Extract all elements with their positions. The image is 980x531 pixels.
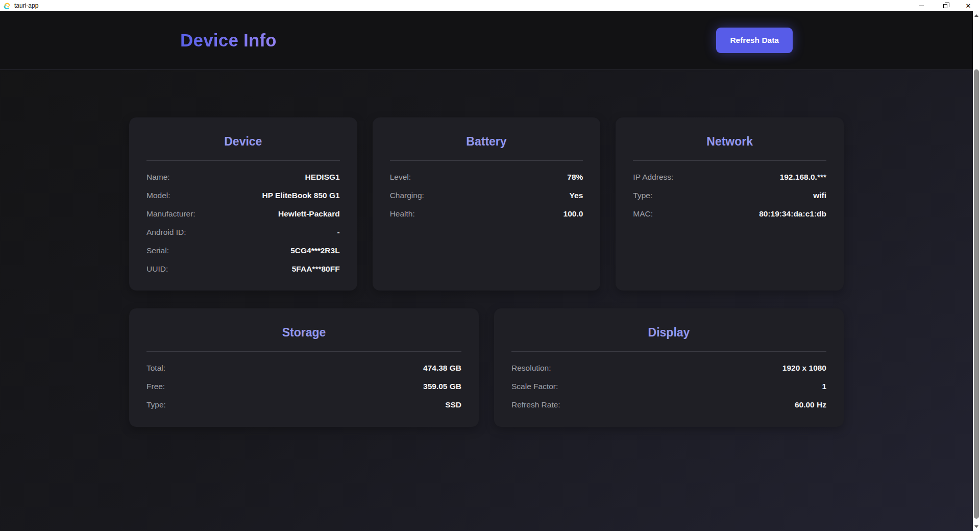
page-header: Device Info Refresh Data <box>0 11 973 70</box>
row-label: Type: <box>633 191 652 200</box>
scrollbar-up-button[interactable] <box>973 11 980 20</box>
card-divider <box>146 160 340 161</box>
row-label: Free: <box>146 382 165 391</box>
device-name-row: Name: HEDISG1 <box>146 168 340 186</box>
row-value: 1920 x 1080 <box>782 364 826 373</box>
restore-button[interactable] <box>933 0 957 11</box>
device-android-id-row: Android ID: - <box>146 223 340 242</box>
app-area: Device Info Refresh Data Device Name: HE… <box>0 11 980 531</box>
row-label: Serial: <box>146 246 169 255</box>
vertical-scrollbar[interactable] <box>973 11 980 531</box>
minimize-button[interactable] <box>910 0 933 11</box>
window-titlebar: tauri-app ✕ <box>0 0 980 11</box>
card-network: Network IP Address: 192.168.0.*** Type: … <box>616 117 844 291</box>
card-divider <box>390 160 583 161</box>
row-value: 359.05 GB <box>423 382 461 391</box>
row-label: MAC: <box>633 209 653 219</box>
row-label: Model: <box>146 191 170 200</box>
row-value: HEDISG1 <box>305 173 340 182</box>
card-divider <box>511 351 826 352</box>
row-label: Scale Factor: <box>511 382 558 391</box>
arrow-up-icon <box>974 14 978 17</box>
row-label: Android ID: <box>146 228 186 237</box>
row-label: IP Address: <box>633 173 673 182</box>
card-network-title: Network <box>633 135 826 149</box>
page: Device Info Refresh Data Device Name: HE… <box>0 11 973 531</box>
device-uuid-row: UUID: 5FAA***80FF <box>146 260 340 278</box>
device-manufacturer-row: Manufacturer: Hewlett-Packard <box>146 205 340 223</box>
row-label: UUID: <box>146 264 168 274</box>
network-ip-row: IP Address: 192.168.0.*** <box>633 168 826 186</box>
row-value: 100.0 <box>564 209 583 219</box>
scrollbar-thumb[interactable] <box>974 69 979 519</box>
arrow-down-icon <box>974 525 978 528</box>
storage-free-row: Free: 359.05 GB <box>146 377 461 396</box>
battery-level-row: Level: 78% <box>390 168 583 186</box>
card-device-title: Device <box>146 135 340 149</box>
row-value: 80:19:34:da:c1:db <box>759 209 826 219</box>
close-icon: ✕ <box>966 3 971 9</box>
row-value: - <box>337 228 339 237</box>
row-value: Hewlett-Packard <box>278 209 340 219</box>
row-label: Level: <box>390 173 411 182</box>
row-label: Name: <box>146 173 170 182</box>
header-inner: Device Info Refresh Data <box>180 28 793 53</box>
restore-icon <box>943 4 947 8</box>
row-value: wifi <box>813 191 826 200</box>
display-scale-factor-row: Scale Factor: 1 <box>511 377 826 396</box>
battery-health-row: Health: 100.0 <box>390 205 583 223</box>
close-button[interactable]: ✕ <box>957 0 980 11</box>
battery-charging-row: Charging: Yes <box>390 186 583 205</box>
card-storage: Storage Total: 474.38 GB Free: 359.05 GB… <box>129 308 479 427</box>
row-value: Yes <box>570 191 583 200</box>
content: Device Name: HEDISG1 Model: HP EliteBook… <box>129 117 844 427</box>
scrollbar-down-button[interactable] <box>973 522 980 531</box>
cards-row-top: Device Name: HEDISG1 Model: HP EliteBook… <box>129 117 844 291</box>
row-label: Type: <box>146 400 166 409</box>
row-value: SSD <box>445 400 461 409</box>
card-battery-title: Battery <box>390 135 583 149</box>
row-label: Charging: <box>390 191 424 200</box>
row-value: 60.00 Hz <box>795 400 826 409</box>
refresh-data-button[interactable]: Refresh Data <box>716 28 793 53</box>
row-label: Manufacturer: <box>146 209 195 219</box>
card-display-title: Display <box>511 326 826 340</box>
storage-type-row: Type: SSD <box>146 396 461 414</box>
row-label: Health: <box>390 209 415 219</box>
network-mac-row: MAC: 80:19:34:da:c1:db <box>633 205 826 223</box>
device-serial-row: Serial: 5CG4***2R3L <box>146 242 340 260</box>
display-resolution-row: Resolution: 1920 x 1080 <box>511 359 826 377</box>
row-value: 78% <box>567 173 583 182</box>
row-label: Total: <box>146 364 165 373</box>
window-controls: ✕ <box>910 0 980 11</box>
row-label: Refresh Rate: <box>511 400 560 409</box>
page-title: Device Info <box>180 30 277 51</box>
card-display: Display Resolution: 1920 x 1080 Scale Fa… <box>494 308 844 427</box>
row-value: 5CG4***2R3L <box>290 246 340 255</box>
tauri-logo-icon <box>3 2 11 10</box>
card-storage-title: Storage <box>146 326 461 340</box>
card-divider <box>146 351 461 352</box>
device-model-row: Model: HP EliteBook 850 G1 <box>146 186 340 205</box>
card-divider <box>633 160 826 161</box>
row-value: 192.168.0.*** <box>780 173 826 182</box>
display-refresh-rate-row: Refresh Rate: 60.00 Hz <box>511 396 826 414</box>
row-value: 474.38 GB <box>423 364 461 373</box>
cards-row-bottom: Storage Total: 474.38 GB Free: 359.05 GB… <box>129 308 844 427</box>
window-title: tauri-app <box>14 0 38 11</box>
row-value: 1 <box>822 382 826 391</box>
scrollbar-track[interactable] <box>973 20 980 522</box>
card-device: Device Name: HEDISG1 Model: HP EliteBook… <box>129 117 357 291</box>
network-type-row: Type: wifi <box>633 186 826 205</box>
minimize-icon <box>919 6 924 6</box>
storage-total-row: Total: 474.38 GB <box>146 359 461 377</box>
card-battery: Battery Level: 78% Charging: Yes Health:… <box>373 117 601 291</box>
row-value: HP EliteBook 850 G1 <box>262 191 339 200</box>
row-value: 5FAA***80FF <box>292 264 340 274</box>
row-label: Resolution: <box>511 364 551 373</box>
